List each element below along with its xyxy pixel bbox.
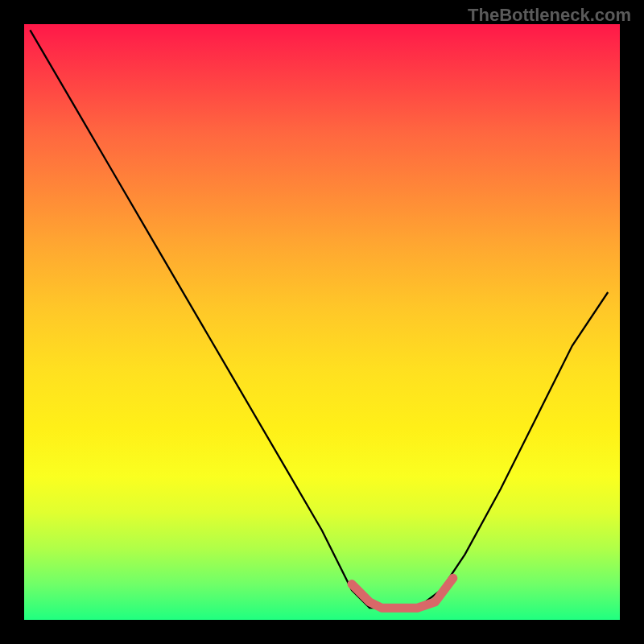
watermark-text: TheBottleneck.com xyxy=(468,5,631,26)
threshold-band-line xyxy=(352,578,453,608)
chart-svg xyxy=(24,24,620,620)
bottleneck-curve-line xyxy=(30,30,608,608)
